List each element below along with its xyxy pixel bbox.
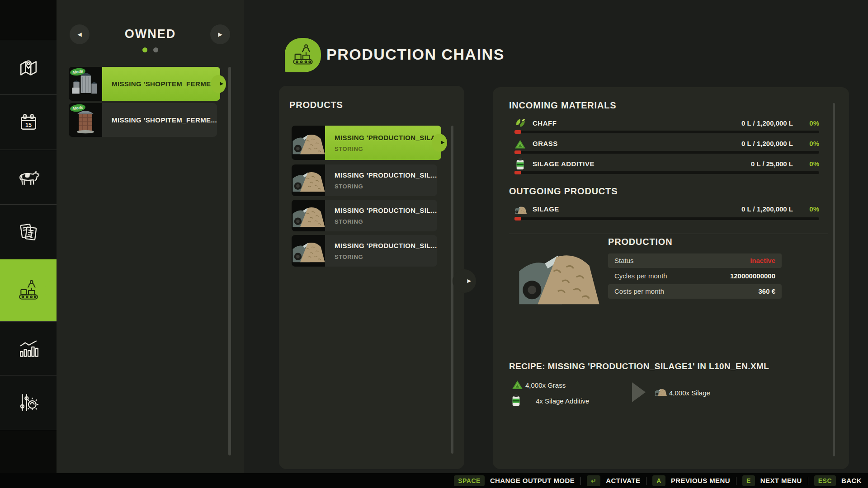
material-percent: 0% — [798, 160, 819, 168]
product-thumbnail — [292, 235, 325, 267]
progress-nub — [514, 171, 521, 174]
e-keycap: E — [742, 475, 755, 486]
sidebar: ▶ — [0, 0, 57, 473]
selected-tail: ▶ — [432, 134, 447, 152]
section-divider — [509, 234, 828, 234]
owned-title: OWNED — [57, 27, 244, 41]
grass-icon — [512, 380, 523, 389]
product-status: STORING — [335, 183, 437, 190]
production-costs-row: Costs per month 360 € — [608, 284, 782, 299]
space-keycap: SPACE — [454, 475, 485, 486]
product-title: MISSING 'PRODUCTION_SIL... — [335, 242, 437, 249]
owned-item-title: MISSING 'SHOPITEM_FERMENT — [112, 80, 220, 88]
recipe-input: 4x Silage Additive — [536, 397, 589, 405]
action-label: PREVIOUS MENU — [671, 477, 730, 484]
owned-pager-dots — [57, 46, 244, 54]
map-icon — [18, 58, 39, 78]
silage-icon — [514, 205, 527, 215]
caret-right-icon: ▶ — [220, 81, 224, 86]
product-status: STORING — [335, 145, 441, 152]
material-label: GRASS — [533, 140, 558, 147]
products-scrollbar[interactable] — [451, 126, 453, 454]
action-back[interactable]: ESC BACK — [814, 475, 862, 486]
selected-tail: ▶ — [211, 75, 226, 93]
silage-image — [292, 200, 325, 231]
products-panel-bump[interactable]: ▶ — [453, 269, 476, 293]
action-previous-menu[interactable]: A PREVIOUS MENU — [652, 475, 730, 486]
product-thumbnail — [292, 200, 325, 231]
silage-image — [292, 126, 325, 160]
details-scrollbar[interactable] — [833, 103, 835, 456]
action-change-output-mode[interactable]: SPACE CHANGE OUTPUT MODE — [454, 475, 575, 486]
settings-icon — [18, 392, 39, 413]
material-label: SILAGE ADDITIVE — [533, 160, 594, 168]
outgoing-products-title: OUTGOING PRODUCTS — [509, 186, 618, 197]
material-progressbar — [514, 151, 819, 154]
sidebar-item-calendar[interactable] — [0, 94, 57, 150]
sidebar-item-statistics[interactable] — [0, 321, 57, 375]
pager-dot[interactable] — [153, 47, 158, 52]
chaff-icon — [514, 117, 526, 129]
material-value: 0 L / 1,200,000 L — [741, 140, 793, 147]
stat-value: 120000000000 — [730, 272, 775, 280]
action-label: CHANGE OUTPUT MODE — [490, 477, 575, 484]
action-activate[interactable]: ↵ ACTIVATE — [587, 475, 640, 486]
stat-label: Costs per month — [614, 287, 664, 295]
production-chains-icon — [291, 44, 315, 66]
products-panel: PRODUCTS MISSING 'PRODUCTION_SILAG STORI… — [279, 86, 464, 469]
owned-item-thumbnail: Mods — [69, 103, 102, 137]
product-thumbnail — [292, 164, 325, 196]
material-percent: 0% — [798, 205, 819, 213]
a-keycap: A — [652, 475, 665, 486]
stat-label: Status — [614, 257, 634, 264]
sidebar-item-production-chains[interactable]: ▶ — [0, 259, 57, 321]
sidebar-item-animals[interactable] — [0, 150, 57, 205]
silage-icon — [655, 387, 667, 397]
product-thumbnail — [292, 126, 325, 160]
sidebar-item-map[interactable] — [0, 40, 57, 95]
owned-item-thumbnail: Mods — [69, 67, 102, 101]
product-status: STORING — [335, 253, 437, 260]
material-percent: 0% — [798, 119, 819, 127]
product-item[interactable]: MISSING 'PRODUCTION_SILAG STORING ▶ — [292, 126, 437, 160]
owned-panel: ◀ ▶ OWNED Mods MISSING 'SHOPITEM_FERMENT… — [57, 0, 244, 473]
action-label: BACK — [841, 477, 862, 484]
owned-item[interactable]: Mods MISSING 'SHOPITEM_FERMENT ▶ — [69, 67, 217, 101]
action-next-menu[interactable]: E NEXT MENU — [742, 475, 802, 486]
silage-additive-icon — [511, 394, 521, 407]
owned-item[interactable]: Mods MISSING 'SHOPITEM_FERME... — [69, 103, 217, 137]
pager-dot-active[interactable] — [142, 47, 147, 52]
silage-additive-icon — [515, 158, 525, 170]
recipe-output: 4,000x Silage — [669, 389, 710, 397]
product-title: MISSING 'PRODUCTION_SIL... — [335, 206, 437, 214]
progress-nub — [514, 130, 521, 134]
animals-icon — [18, 169, 39, 187]
product-item[interactable]: MISSING 'PRODUCTION_SIL... STORING — [292, 200, 437, 231]
sidebar-item-contracts[interactable] — [0, 204, 57, 260]
product-title: MISSING 'PRODUCTION_SILAG — [335, 134, 441, 141]
material-value: 0 L / 25,000 L — [751, 160, 793, 168]
esc-keycap: ESC — [814, 475, 836, 486]
material-label: SILAGE — [533, 205, 559, 213]
separator — [580, 477, 581, 485]
material-progressbar — [514, 131, 819, 133]
sidebar-item-settings[interactable] — [0, 375, 57, 430]
production-chains-icon — [17, 280, 40, 301]
action-label: NEXT MENU — [760, 477, 802, 484]
enter-keycap: ↵ — [587, 475, 600, 486]
progress-nub — [514, 217, 521, 221]
calendar-icon — [18, 113, 39, 132]
action-label: ACTIVATE — [606, 477, 640, 484]
recipe-title: RECIPE: MISSING 'PRODUCTION_SILAGE1' IN … — [509, 361, 769, 371]
incoming-materials-title: INCOMING MATERIALS — [509, 100, 616, 111]
production-title: PRODUCTION — [608, 237, 672, 247]
owned-scrollbar[interactable] — [228, 67, 231, 455]
product-item[interactable]: MISSING 'PRODUCTION_SIL... STORING — [292, 235, 437, 267]
material-label: CHAFF — [533, 119, 557, 127]
page-header-badge — [285, 38, 321, 72]
separator — [646, 477, 646, 485]
product-item[interactable]: MISSING 'PRODUCTION_SIL... STORING — [292, 164, 437, 196]
caret-right-icon: ▶ — [467, 278, 471, 284]
status-badge: Inactive — [750, 257, 775, 264]
material-value: 0 L / 1,200,000 L — [741, 205, 793, 213]
